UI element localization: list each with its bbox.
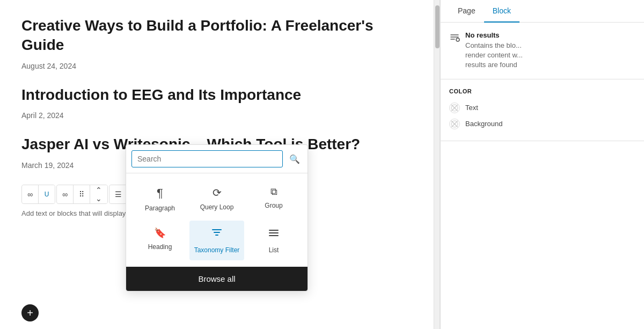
drag-icon: ⠿ [79, 190, 84, 199]
align-button[interactable]: ☰ [109, 185, 127, 203]
browse-all-button[interactable]: Browse all [126, 267, 308, 291]
post-title-2: Introduction to EEG and Its Importance [21, 85, 412, 105]
no-results-description: Contains the blo...render content w...re… [465, 41, 523, 70]
text-color-circle[interactable] [449, 103, 460, 113]
move-up-down-button[interactable]: ⌃⌄ [90, 185, 107, 203]
query-loop-label: Query Loop [200, 203, 234, 211]
toolbar-group-link: ∞ U [21, 185, 55, 204]
block-item-taxonomy-filter[interactable]: Taxonomy Filter [189, 221, 244, 260]
block-item-list[interactable]: List [246, 221, 301, 260]
block-picker-popup: 🔍 ¶ Paragraph ⟳ Query Loop [126, 144, 308, 291]
color-item-text: Text [449, 100, 635, 116]
link-label-button[interactable]: U [39, 185, 55, 203]
list-icon [268, 227, 280, 242]
background-color-label: Background [465, 120, 502, 128]
block-item-group[interactable]: ⧉ Group [246, 180, 301, 218]
color-section: Color Text [441, 79, 644, 141]
paragraph-icon: ¶ [157, 186, 163, 200]
chevron-updown-icon: ⌃⌄ [96, 186, 102, 203]
post-item-2: Introduction to EEG and Its Importance A… [21, 85, 412, 120]
no-results-content: No results Contains the blo...render con… [465, 31, 523, 70]
link-icon-2: ∞ [62, 190, 68, 199]
text-color-label: Text [465, 104, 478, 112]
right-panel: Page Block No results Contains the blo..… [440, 0, 644, 329]
tab-block[interactable]: Block [484, 0, 519, 23]
toolbar-group-align: ☰ [109, 185, 128, 204]
taxonomy-filter-icon [211, 227, 223, 242]
search-submit-button[interactable]: 🔍 [287, 152, 302, 166]
no-results-section: No results Contains the blo...render con… [441, 23, 644, 79]
plus-icon: + [27, 308, 33, 318]
query-loop-icon: ⟳ [213, 186, 222, 199]
heading-icon: 🔖 [154, 227, 166, 239]
paragraph-label: Paragraph [145, 204, 175, 212]
link-icon-1: ∞ [27, 190, 33, 199]
background-color-circle[interactable] [449, 119, 460, 129]
no-results-icon [449, 32, 460, 46]
post-date-1: August 24, 2024 [21, 62, 412, 70]
drag-handle-button[interactable]: ⠿ [74, 185, 90, 203]
no-results-title: No results [465, 31, 523, 39]
post-title-1: Creative Ways to Build a Portfolio: A Fr… [21, 16, 412, 55]
color-item-background: Background [449, 116, 635, 132]
svg-point-3 [456, 38, 459, 41]
main-content-area: Creative Ways to Build a Portfolio: A Fr… [0, 0, 434, 329]
scrollbar[interactable] [434, 0, 440, 329]
no-results-row: No results Contains the blo...render con… [449, 31, 635, 70]
search-icon: 🔍 [289, 155, 300, 164]
add-block-button[interactable]: + [21, 304, 39, 321]
block-item-heading[interactable]: 🔖 Heading [133, 221, 187, 260]
post-date-2: April 2, 2024 [21, 111, 412, 120]
list-label: List [269, 246, 279, 254]
block-search-input[interactable] [131, 150, 283, 167]
panel-tabs: Page Block [441, 0, 644, 23]
block-item-query-loop[interactable]: ⟳ Query Loop [189, 180, 244, 218]
heading-label: Heading [148, 243, 172, 251]
group-label: Group [265, 202, 282, 209]
block-grid: ¶ Paragraph ⟳ Query Loop ⧉ Group [126, 173, 308, 267]
tab-page[interactable]: Page [449, 0, 484, 23]
link-button-2[interactable]: ∞ [57, 185, 74, 203]
post-item-1: Creative Ways to Build a Portfolio: A Fr… [21, 16, 412, 70]
color-section-label: Color [449, 88, 635, 94]
link-button-1[interactable]: ∞ [22, 185, 39, 203]
block-item-paragraph[interactable]: ¶ Paragraph [133, 180, 187, 218]
align-icon: ☰ [115, 190, 122, 199]
taxonomy-filter-label: Taxonomy Filter [194, 246, 240, 254]
block-search-container: 🔍 [126, 145, 308, 173]
group-icon: ⧉ [270, 186, 277, 198]
toolbar-group-actions: ∞ ⠿ ⌃⌄ [56, 185, 108, 204]
scrollbar-thumb [435, 5, 440, 48]
